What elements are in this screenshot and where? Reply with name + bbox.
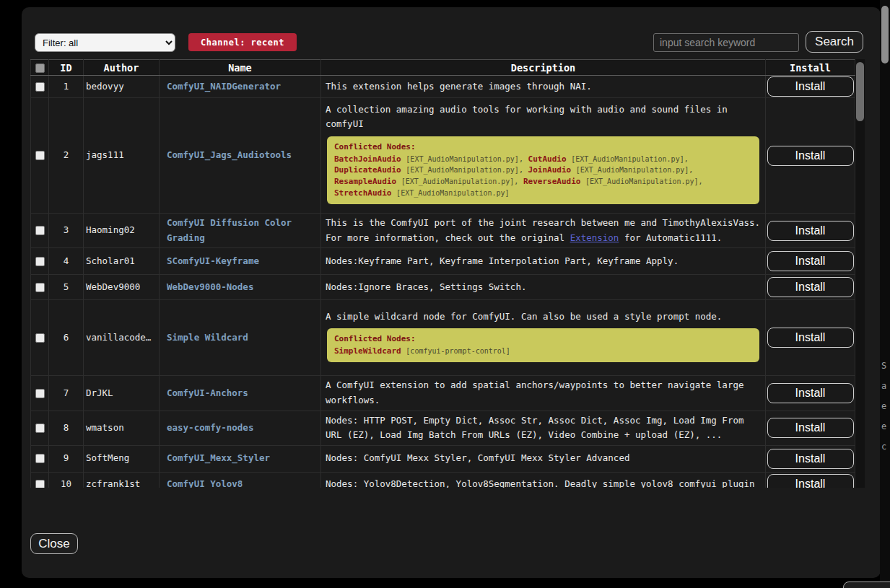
row-id: 1	[49, 76, 84, 98]
row-checkbox[interactable]	[35, 454, 45, 463]
row-checkbox[interactable]	[35, 333, 45, 343]
table-row: 6 vanillacode… Simple Wildcard A simple …	[31, 300, 855, 376]
row-id: 7	[49, 376, 84, 411]
node-name-link[interactable]: SComfyUI-Keyframe	[167, 255, 259, 266]
edge-fragment: S	[881, 361, 886, 371]
search-input[interactable]	[653, 33, 799, 52]
node-name-link[interactable]: ComfyUI-Anchors	[167, 387, 248, 398]
conflict-ext: [EXT_AudioManipulation.py],	[585, 177, 703, 185]
table-row: 5 WebDev9000 WebDev9000-Nodes Nodes:Igno…	[31, 275, 855, 300]
row-checkbox[interactable]	[35, 424, 45, 433]
row-id: 3	[49, 214, 84, 248]
row-description: Nodes: ComfyUI Mexx Styler, ComfyUI Mexx…	[321, 445, 766, 472]
conflict-title: Conflicted Nodes:	[334, 141, 752, 154]
node-name-link[interactable]: ComfyUI_Jags_Audiotools	[167, 149, 292, 160]
conflict-ext: [EXT_AudioManipulation.py],	[406, 166, 523, 174]
search-button[interactable]: Search	[806, 31, 863, 53]
filter-select[interactable]: Filter: all	[35, 33, 175, 52]
row-author: DrJKL	[84, 376, 160, 411]
row-description: Nodes:Ignore Braces, Settings Switch.	[321, 275, 766, 300]
conflict-node: DuplicateAudio	[334, 165, 401, 175]
edge-fragment: e	[881, 421, 886, 431]
conflict-ext: [comfyui-prompt-control]	[406, 347, 510, 355]
row-id: 8	[49, 411, 84, 445]
edge-fragment: e	[881, 401, 886, 411]
install-button[interactable]: Install	[767, 418, 854, 438]
row-author: jags111	[84, 98, 160, 214]
conflict-box: Conflicted Nodes: BatchJoinAudio [EXT_Au…	[327, 136, 759, 204]
row-author: vanillacode…	[84, 300, 160, 376]
conflict-ext: [EXT_AudioManipulation.py],	[576, 166, 694, 174]
table-row: 10 zcfrank1st ComfyUI Yolov8 Nodes: Yolo…	[31, 472, 855, 488]
conflict-node: CutAudio	[528, 154, 567, 164]
conflict-node: JoinAudio	[528, 165, 572, 175]
row-author: wmatson	[84, 411, 160, 445]
node-name-link[interactable]: ComfyUI Diffusion Color Grading	[167, 217, 292, 243]
close-button[interactable]: Close	[30, 533, 78, 554]
row-description: This extension helps generate images thr…	[321, 76, 766, 98]
node-name-link[interactable]: Simple Wildcard	[167, 332, 248, 343]
conflict-node: BatchJoinAudio	[334, 154, 401, 164]
row-description: Nodes: HTTP POST, Empty Dict, Assoc Str,…	[321, 411, 766, 445]
node-name-link[interactable]: ComfyUI Yolov8	[167, 478, 243, 488]
row-description: A simple wildcard node for ComfyUI. Can …	[321, 300, 766, 376]
row-description: A collection amazing audio tools for wor…	[321, 98, 766, 214]
edge-fragment: a	[881, 381, 886, 391]
conflict-ext: [EXT_AudioManipulation.py],	[401, 177, 519, 185]
row-id: 5	[49, 275, 84, 300]
custom-nodes-table: ID Author Name Description Install 1 bed…	[30, 59, 865, 488]
select-all-checkbox[interactable]	[35, 63, 45, 73]
edge-fragment: c	[881, 442, 886, 452]
install-button[interactable]: Install	[767, 328, 854, 348]
install-button[interactable]: Install	[767, 146, 854, 166]
install-button[interactable]: Install	[767, 221, 854, 241]
table-row: 2 jags111 ComfyUI_Jags_Audiotools A coll…	[31, 98, 855, 214]
row-checkbox[interactable]	[35, 257, 45, 266]
conflict-box: Conflicted Nodes: SimpleWildcard [comfyu…	[327, 328, 759, 361]
row-checkbox[interactable]	[35, 283, 45, 292]
header-id: ID	[49, 60, 84, 76]
table-row: 8 wmatson easy-comfy-nodes Nodes: HTTP P…	[31, 411, 855, 445]
row-description: Nodes:Keyframe Part, Keyframe Interpolat…	[321, 248, 766, 275]
row-checkbox[interactable]	[35, 389, 45, 398]
row-id: 10	[49, 472, 84, 488]
install-button[interactable]: Install	[767, 383, 854, 403]
node-name-link[interactable]: ComfyUI_NAIDGenerator	[167, 81, 281, 92]
extension-link[interactable]: Extension	[570, 232, 619, 243]
conflict-node: SimpleWildcard	[334, 346, 401, 356]
conflict-ext: [EXT_AudioManipulation.py],	[406, 155, 523, 163]
table-row: 3 Haoming02 ComfyUI Diffusion Color Grad…	[31, 214, 855, 248]
conflict-node: StretchAudio	[334, 188, 391, 198]
row-author: WebDev9000	[84, 275, 160, 300]
node-name-link[interactable]: ComfyUI_Mexx_Styler	[167, 452, 270, 463]
conflict-node: ResampleAudio	[334, 177, 396, 186]
row-checkbox[interactable]	[35, 480, 45, 488]
row-author: SoftMeng	[84, 445, 160, 472]
table-scrollbar-thumb[interactable]	[856, 62, 864, 121]
row-author: zcfrank1st	[84, 472, 160, 488]
page-scrollbar[interactable]	[880, 0, 890, 588]
node-name-link[interactable]: easy-comfy-nodes	[167, 422, 253, 433]
row-checkbox[interactable]	[35, 82, 45, 92]
row-author: Scholar01	[84, 248, 160, 275]
row-id: 2	[49, 98, 84, 214]
install-button[interactable]: Install	[767, 277, 854, 297]
install-button[interactable]: Install	[767, 251, 854, 271]
conflict-node: ReverseAudio	[523, 177, 580, 186]
row-description: Nodes: Yolov8Detection, Yolov8Segmentati…	[321, 472, 766, 488]
conflict-ext: [EXT_AudioManipulation.py],	[571, 155, 689, 163]
row-checkbox[interactable]	[35, 151, 45, 160]
table-scrollbar[interactable]	[855, 59, 865, 488]
header-name: Name	[160, 60, 321, 76]
row-author: Haoming02	[84, 214, 160, 248]
install-button[interactable]: Install	[767, 474, 854, 488]
row-checkbox[interactable]	[35, 226, 45, 235]
table-row: 4 Scholar01 SComfyUI-Keyframe Nodes:Keyf…	[31, 248, 855, 275]
header-description: Description	[321, 60, 766, 76]
install-button[interactable]: Install	[767, 449, 854, 469]
install-button[interactable]: Install	[767, 76, 854, 97]
partial-button[interactable]	[843, 582, 890, 588]
node-name-link[interactable]: WebDev9000-Nodes	[167, 281, 253, 292]
row-id: 4	[49, 248, 84, 275]
page-scrollbar-thumb[interactable]	[881, 6, 889, 63]
